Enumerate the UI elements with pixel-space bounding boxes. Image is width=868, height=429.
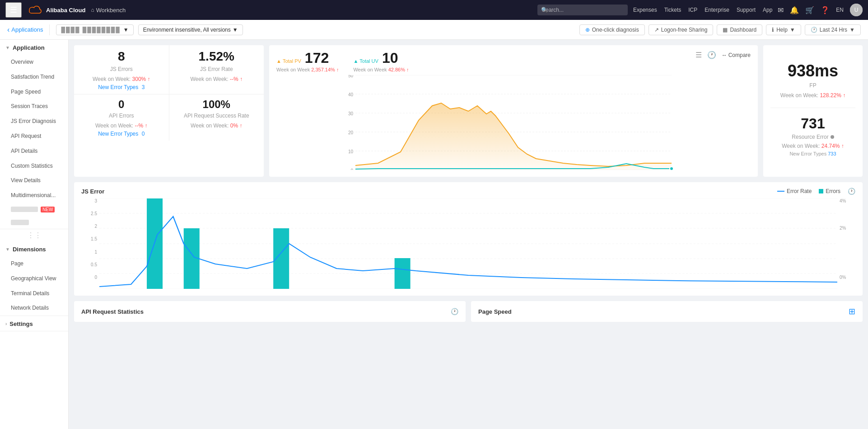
enterprise-link[interactable]: Enterprise — [705, 7, 729, 13]
support-link[interactable]: Support — [737, 7, 756, 13]
sidebar-item-overview[interactable]: Overview — [0, 55, 68, 70]
pv-wow: Week on Week 2,357.14% ↑ — [276, 67, 339, 72]
js-error-svg: 04/20 17:00 04/20 23:00 04/21 05:00 04/2… — [99, 198, 837, 289]
uv-triangle-icon: ▲ — [353, 58, 358, 64]
fp-label: FP — [770, 82, 855, 89]
js-errors-wow-value: 300% — [132, 76, 146, 82]
chart-clock-icon[interactable]: 🕐 — [848, 188, 855, 195]
pv-stat: ▲ Total PV 172 Week on Week 2,357.14% ↑ — [276, 51, 339, 72]
hamburger-button[interactable]: ☰ — [5, 2, 22, 18]
resource-error-new-types: New Error Types 733 — [770, 151, 855, 156]
legend-error-rate[interactable]: Error Rate — [777, 188, 812, 194]
js-errors-new-errors-label: New Error Types — [98, 84, 138, 90]
sidebar-section-settings-label: Settings — [9, 321, 33, 327]
pv-value: 172 — [305, 51, 329, 65]
js-error-chart-title: JS Error — [81, 188, 104, 195]
js-errors-wow: Week on Week: 300% ↑ — [81, 76, 162, 82]
legend-errors[interactable]: Errors — [819, 188, 840, 194]
sidebar-item-network-details[interactable]: Network Details — [0, 301, 68, 316]
uv-label: ▲ Total UV — [353, 58, 378, 64]
history-icon[interactable]: 🕐 — [707, 51, 716, 59]
time-range-label: Last 24 Hrs — [820, 27, 847, 33]
grid-icon[interactable]: ⊞ — [849, 306, 855, 316]
alibaba-cloud-text: Alibaba Cloud — [46, 7, 85, 14]
resource-error-wow-value: 24.74% — [821, 143, 840, 149]
env-arrow: ▼ — [233, 27, 238, 33]
notification-icon[interactable]: 🔔 — [790, 6, 799, 14]
resource-error-value: 731 — [770, 115, 855, 132]
env-label: Environment insensitive, All versions — [143, 27, 231, 33]
app-name: ████ ████████ — [61, 27, 120, 33]
fp-wow-arrow: ↑ — [843, 92, 845, 99]
error-rate-legend-line — [777, 191, 784, 192]
tickets-link[interactable]: Tickets — [664, 7, 681, 13]
sidebar-item-page-speed[interactable]: Page Speed — [0, 85, 68, 99]
cart-icon[interactable]: 🛒 — [805, 6, 814, 14]
user-avatar[interactable]: U — [850, 4, 863, 16]
uv-wow-value: 42.86% — [388, 67, 405, 72]
logon-free-sharing-button[interactable]: ↗ Logon-free Sharing — [649, 24, 714, 35]
resource-error-label-text: Resource Error — [792, 134, 828, 140]
sidebar-item-js-error-diagnosis[interactable]: JS Error Diagnosis — [0, 114, 68, 129]
help-icon[interactable]: ❓ — [821, 6, 830, 14]
sidebar-item-session-traces[interactable]: Session Traces — [0, 99, 68, 114]
sidebar-item-page[interactable]: Page — [0, 256, 68, 271]
api-errors-new-errors: New Error Types 0 — [81, 131, 162, 137]
help-button[interactable]: ℹ Help ▼ — [766, 24, 801, 35]
js-error-rate-wow-arrow: ↑ — [240, 76, 243, 82]
sidebar-item-custom-statistics[interactable]: Custom Statistics — [0, 159, 68, 174]
drag-handle-icon[interactable]: ⋮⋮ — [25, 230, 43, 241]
sidebar-item-api-request[interactable]: API Request — [0, 129, 68, 144]
js-error-chart-legend: Error Rate Errors — [777, 188, 840, 194]
sidebar-section-settings-header[interactable]: › Settings — [0, 316, 68, 331]
env-selector[interactable]: Environment insensitive, All versions ▼ — [138, 24, 243, 35]
js-errors-card: 8 JS Errors Week on Week: 300% ↑ New Err… — [74, 45, 264, 177]
sidebar-section-application-header[interactable]: ▼ Application — [0, 40, 68, 55]
search-input[interactable] — [537, 5, 628, 15]
sidebar-item-blurred[interactable] — [0, 216, 68, 229]
sidebar-item-satisfaction-trend[interactable]: Satisfaction Trend — [0, 70, 68, 85]
y-right-label-2: 2% — [840, 226, 855, 231]
api-errors-half: 0 API Errors Week on Week: --% ↑ New Err… — [74, 94, 264, 141]
page-speed-title: Page Speed — [478, 308, 512, 315]
js-errors-new-errors: New Error Types 3 — [81, 84, 162, 90]
uv-label-text: Total UV — [359, 58, 378, 64]
back-to-applications[interactable]: Applications — [7, 26, 43, 34]
compare-button[interactable]: ↔ Compare — [722, 52, 751, 58]
dashboard-icon: ▦ — [723, 27, 728, 33]
app-selector[interactable]: ████ ████████ ▼ — [56, 24, 133, 35]
svg-text:50: 50 — [348, 75, 354, 78]
search-bar[interactable] — [537, 5, 628, 15]
api-errors-wow-value: --% — [135, 123, 144, 129]
sidebar-section-dimensions-header[interactable]: ▼ Dimensions — [0, 241, 68, 256]
sidebar-item-terminal-details[interactable]: Terminal Details — [0, 286, 68, 301]
sidebar-item-multidimensional[interactable]: Multidimensional... — [0, 188, 68, 203]
sidebar-item-view-details[interactable]: View Details — [0, 173, 68, 188]
sidebar-item-geographical-view[interactable]: Geographical View — [0, 271, 68, 286]
sidebar-item-api-details[interactable]: API Details — [0, 144, 68, 159]
workbench-label: Workbench — [96, 7, 126, 14]
workbench-link[interactable]: Workbench — [91, 7, 126, 14]
errors-legend-bar — [819, 189, 823, 193]
api-request-stats-clock-icon[interactable]: 🕐 — [451, 308, 458, 315]
icp-link[interactable]: ICP — [688, 7, 697, 13]
one-click-diagnosis-button[interactable]: ⊕ One-click diagnosis — [579, 24, 645, 35]
dashboard-button[interactable]: ▦ Dashboard — [717, 24, 762, 35]
api-errors-metric: 0 API Errors Week on Week: --% ↑ New Err… — [74, 94, 169, 141]
one-click-diagnosis-label: One-click diagnosis — [592, 27, 639, 33]
nav-icons: ✉ 🔔 🛒 ❓ EN U — [778, 4, 863, 16]
list-icon[interactable]: ☰ — [695, 51, 702, 59]
svg-text:10: 10 — [348, 149, 354, 154]
expenses-link[interactable]: Expenses — [633, 7, 657, 13]
js-errors-half: 8 JS Errors Week on Week: 300% ↑ New Err… — [74, 45, 264, 94]
time-range-button[interactable]: 🕐 Last 24 Hrs ▼ — [805, 24, 861, 35]
lang-label[interactable]: EN — [836, 7, 844, 13]
uv-wow-label: Week on Week — [353, 67, 387, 72]
y-label-1-5: 1.5 — [81, 236, 97, 241]
app-link[interactable]: App — [763, 7, 772, 13]
sidebar-item-new-feature[interactable]: NEW — [0, 203, 68, 216]
diagnosis-icon: ⊕ — [585, 27, 590, 33]
email-icon[interactable]: ✉ — [778, 6, 784, 14]
y-label-0: 0 — [81, 275, 97, 280]
uv-value: 10 — [382, 51, 398, 65]
